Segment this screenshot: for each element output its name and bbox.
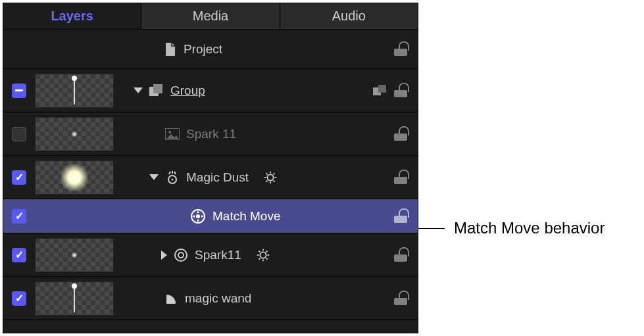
row-magic-wand[interactable]: magic wand — [3, 277, 418, 320]
enable-checkbox[interactable] — [12, 248, 26, 262]
svg-line-28 — [259, 258, 260, 259]
svg-rect-3 — [378, 85, 386, 93]
svg-point-19 — [175, 249, 187, 261]
callout-line — [418, 228, 445, 229]
lock-icon[interactable] — [393, 171, 409, 184]
disclosure-triangle[interactable] — [161, 251, 167, 260]
layer-thumbnail — [35, 238, 114, 272]
project-label: Project — [184, 42, 222, 57]
svg-rect-1 — [153, 84, 162, 93]
layer-thumbnail — [35, 160, 114, 195]
behavior-label[interactable]: Match Move — [212, 209, 280, 224]
row-group[interactable]: Group — [3, 69, 418, 112]
enable-checkbox[interactable] — [12, 127, 26, 141]
group-thumbnail — [35, 74, 114, 108]
enable-checkbox[interactable] — [12, 170, 26, 185]
row-project[interactable]: Project — [3, 30, 418, 69]
particle-cell-icon — [174, 248, 188, 262]
svg-point-20 — [178, 252, 184, 258]
layer-label[interactable]: Spark11 — [195, 248, 241, 262]
svg-point-7 — [172, 178, 174, 180]
svg-point-5 — [168, 131, 171, 133]
layer-thumbnail — [35, 117, 114, 151]
row-match-move[interactable]: Match Move — [3, 199, 418, 233]
lock-icon[interactable] — [393, 128, 409, 141]
enable-checkbox[interactable] — [12, 84, 26, 98]
group-icon — [149, 84, 164, 97]
row-spark11-image[interactable]: Spark 11 — [3, 112, 418, 156]
layer-thumbnail — [35, 281, 114, 316]
lock-icon[interactable] — [393, 292, 409, 305]
lock-icon[interactable] — [393, 84, 409, 97]
annotation-text: Match Move behavior — [454, 219, 605, 237]
lock-icon[interactable] — [393, 210, 409, 223]
image-icon — [165, 128, 180, 140]
layer-label[interactable]: Magic Dust — [186, 170, 249, 185]
behavior-gear-icon[interactable] — [263, 170, 278, 185]
svg-line-26 — [259, 251, 260, 252]
row-magic-dust[interactable]: Magic Dust — [3, 156, 418, 199]
behavior-gear-icon[interactable] — [256, 248, 270, 262]
svg-point-8 — [267, 174, 273, 180]
project-tabs: Layers Media Audio — [3, 3, 418, 30]
tab-media[interactable]: Media — [141, 3, 280, 29]
layers-panel: Layers Media Audio Project — [3, 3, 418, 333]
layer-label[interactable]: magic wand — [185, 291, 251, 306]
group-label[interactable]: Group — [170, 84, 205, 98]
svg-point-21 — [260, 252, 266, 258]
disclosure-triangle[interactable] — [134, 87, 143, 93]
svg-line-14 — [274, 180, 275, 181]
svg-line-27 — [266, 258, 267, 259]
tab-audio[interactable]: Audio — [280, 3, 418, 29]
svg-line-16 — [274, 173, 275, 174]
svg-line-13 — [266, 173, 268, 174]
behavior-icon — [190, 208, 206, 224]
disclosure-triangle[interactable] — [149, 174, 159, 180]
tab-layers[interactable]: Layers — [3, 3, 141, 29]
svg-point-18 — [196, 214, 200, 218]
layer-label[interactable]: Spark 11 — [186, 127, 236, 141]
row-spark11-cell[interactable]: Spark11 — [3, 233, 418, 277]
document-icon — [164, 42, 177, 57]
lock-icon[interactable] — [393, 249, 409, 262]
layers-list: Project — [3, 30, 418, 320]
svg-line-15 — [266, 180, 268, 181]
enable-checkbox[interactable] — [12, 209, 26, 224]
lock-icon[interactable] — [393, 43, 409, 56]
svg-line-29 — [266, 251, 267, 252]
pass-through-icon[interactable] — [373, 85, 387, 97]
annotation-callout: Match Move behavior — [418, 219, 605, 237]
shape-icon — [165, 292, 178, 305]
particle-emitter-icon — [165, 170, 180, 185]
enable-checkbox[interactable] — [12, 291, 26, 306]
